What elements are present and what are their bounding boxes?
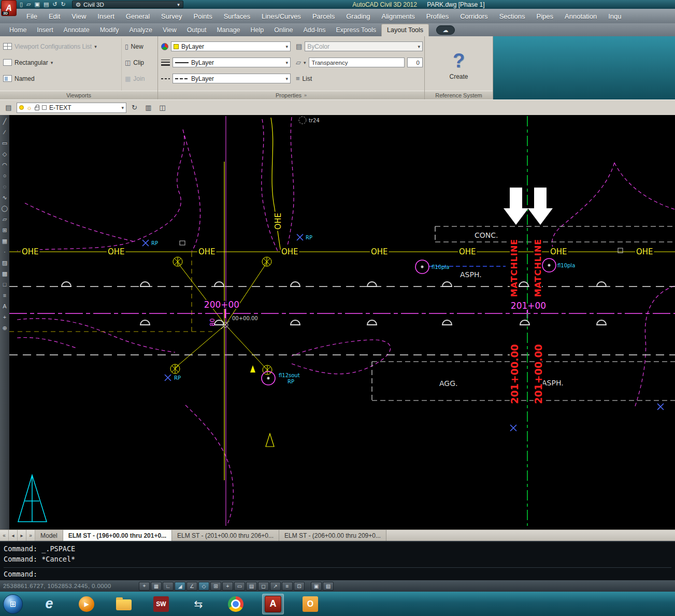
start-button[interactable]: ⊞ [3, 594, 23, 614]
model-tab[interactable]: Model [35, 530, 63, 541]
reference-panel-title[interactable]: Reference System [425, 91, 493, 99]
layout-tab-elm-st-1[interactable]: ELM ST - (196+00.00 thru 201+0... [63, 530, 172, 541]
infer-toggle[interactable]: ⌖ [139, 582, 150, 591]
tab-modify[interactable]: Modify [95, 24, 124, 36]
menu-insert[interactable]: Insert [92, 9, 120, 23]
lwt-toggle[interactable]: ▤ [246, 582, 257, 591]
object-color-dropdown[interactable]: ByLayer ▾ [171, 41, 291, 51]
transparency-value-field[interactable]: 0 [407, 58, 423, 67]
menu-corridors[interactable]: Corridors [454, 9, 493, 23]
viewports-panel-title[interactable]: Viewports [0, 91, 157, 99]
tab-home[interactable]: Home [4, 24, 32, 36]
save-icon[interactable]: ▣ [35, 1, 40, 8]
drawing-canvas[interactable]: OHE OHE OHE OHE OHE OHE OHE OHE OHE CONC… [9, 115, 675, 529]
mline-tool-icon[interactable]: ≡ [3, 291, 6, 300]
sc-toggle[interactable]: ≡ [282, 582, 293, 591]
grid-toggle[interactable]: ∟ [163, 582, 174, 591]
create-reference-button[interactable]: ? Create [428, 38, 490, 91]
tab-view[interactable]: View [157, 24, 182, 36]
polar-toggle[interactable]: ∠ [186, 582, 197, 591]
next-tab-button[interactable]: ▸ [18, 530, 26, 541]
menu-alignments[interactable]: Alignments [376, 9, 420, 23]
layout-tab-elm-st-2[interactable]: ELM ST - (201+00.00 thru 206+0... [172, 530, 279, 541]
osnap-tool-icon[interactable]: ⊕ [2, 323, 7, 333]
command-prompt[interactable]: Command: [4, 569, 671, 579]
osnap-toggle[interactable]: ◇ [198, 582, 209, 591]
menu-sections[interactable]: Sections [494, 9, 531, 23]
lineweight-dropdown[interactable]: ByLayer ▾ [173, 58, 291, 67]
hatch-tool-icon[interactable]: ▨ [2, 258, 7, 268]
rectangle-tool-icon[interactable]: ▭ [2, 138, 7, 148]
tab-add-ins[interactable]: Add-Ins [298, 24, 331, 36]
tpy-toggle[interactable]: ◻ [258, 582, 269, 591]
new-viewport-button[interactable]: ▯ New [125, 38, 154, 54]
menu-profiles[interactable]: Profiles [421, 9, 454, 23]
media-player-icon[interactable]: ▶ [76, 594, 97, 614]
list-button[interactable]: ≡ List [296, 70, 423, 87]
line-tool-icon[interactable]: ╱ [3, 117, 7, 126]
last-tab-button[interactable]: » [26, 530, 35, 541]
layout-tab-elm-st-3[interactable]: ELM ST - (206+00.00 thru 209+0... [279, 530, 386, 541]
edit-tool-icon[interactable]: + [3, 312, 6, 322]
dyn-toggle[interactable]: ▭ [234, 582, 245, 591]
menu-annotation[interactable]: Annotation [559, 9, 602, 23]
tab-help[interactable]: Help [246, 24, 269, 36]
layer-dropdown[interactable]: ☼ E-TEXT ▾ [17, 103, 126, 113]
otrack-toggle[interactable]: ⊞ [210, 582, 221, 591]
point-tool-icon[interactable]: · [4, 247, 6, 257]
arc-tool-icon[interactable]: ◠ [2, 160, 7, 170]
gradient-tool-icon[interactable]: ▩ [2, 269, 7, 279]
new-file-icon[interactable]: ▯ [20, 1, 23, 8]
layer-states-icon[interactable]: ▥ [142, 102, 154, 113]
internet-explorer-icon[interactable]: e [38, 594, 60, 614]
chrome-icon[interactable] [225, 594, 247, 614]
workspace-switcher[interactable]: ⚙ Civil 3D ▾ [72, 1, 183, 8]
autocad-taskbar-icon[interactable]: A [262, 594, 284, 614]
cloud-sync-button[interactable]: ☁ [436, 25, 455, 35]
file-explorer-icon[interactable] [113, 594, 135, 614]
revcloud-tool-icon[interactable]: ◌ [3, 182, 7, 192]
snap-toggle[interactable]: ▦ [151, 582, 162, 591]
tab-online[interactable]: Online [269, 24, 298, 36]
xline-tool-icon[interactable]: ∕ [4, 127, 5, 137]
tab-annotate[interactable]: Annotate [59, 24, 95, 36]
rectangular-viewport-dropdown[interactable]: Rectangular ▾ [3, 54, 118, 70]
menu-file[interactable]: File [21, 9, 43, 23]
circle-tool-icon[interactable]: ○ [3, 171, 7, 181]
redo-icon[interactable]: ↻ [61, 1, 66, 8]
menu-parcels[interactable]: Parcels [307, 9, 340, 23]
plot-style-dropdown[interactable]: ByColor ▾ [305, 41, 423, 51]
join-viewport-button[interactable]: ▦ Join [125, 70, 154, 87]
linetype-dropdown[interactable]: ByLayer ▾ [173, 74, 291, 83]
outlook-icon[interactable]: O [299, 594, 321, 614]
sync-app-icon[interactable]: ⇆ [188, 594, 209, 614]
menu-inquiry[interactable]: Inqu [602, 9, 627, 23]
ortho-toggle[interactable]: ◢ [175, 582, 185, 591]
tab-layout-tools[interactable]: Layout Tools [381, 24, 429, 36]
layer-isolate-icon[interactable]: ◫ [156, 102, 168, 113]
prev-tab-button[interactable]: ◂ [9, 530, 18, 541]
menu-points[interactable]: Points [188, 9, 218, 23]
table-tool-icon[interactable]: ▦ [2, 236, 7, 246]
model-paper-toggle[interactable]: ▣ [311, 582, 322, 591]
tab-express-tools[interactable]: Express Tools [331, 24, 382, 36]
menu-pipes[interactable]: Pipes [531, 9, 559, 23]
annotation-scale-toggle[interactable]: ▧ [323, 582, 334, 591]
menu-survey[interactable]: Survey [155, 9, 188, 23]
region-tool-icon[interactable]: □ [3, 280, 7, 290]
solidworks-icon[interactable]: SW [150, 594, 172, 614]
command-line-window[interactable]: Command: _.PSPACE Command: *Cancel* Comm… [0, 541, 675, 580]
viewport-config-list-dropdown[interactable]: Viewport Configurations List ▾ [3, 38, 118, 54]
first-tab-button[interactable]: « [0, 530, 9, 541]
application-menu-button[interactable]: A 3D [1, 0, 17, 16]
undo-icon[interactable]: ↺ [52, 1, 57, 8]
tab-output[interactable]: Output [182, 24, 212, 36]
menu-grading[interactable]: Grading [340, 9, 376, 23]
layer-properties-manager-icon[interactable]: ▤ [3, 102, 15, 113]
ducs-toggle[interactable]: + [222, 582, 233, 591]
transparency-field[interactable]: Transparency [309, 58, 405, 67]
menu-view[interactable]: View [66, 9, 92, 23]
clip-viewport-button[interactable]: ◫ Clip [125, 54, 154, 70]
open-file-icon[interactable]: ▱ [26, 1, 31, 8]
polygon-tool-icon[interactable]: ◇ [3, 149, 7, 159]
